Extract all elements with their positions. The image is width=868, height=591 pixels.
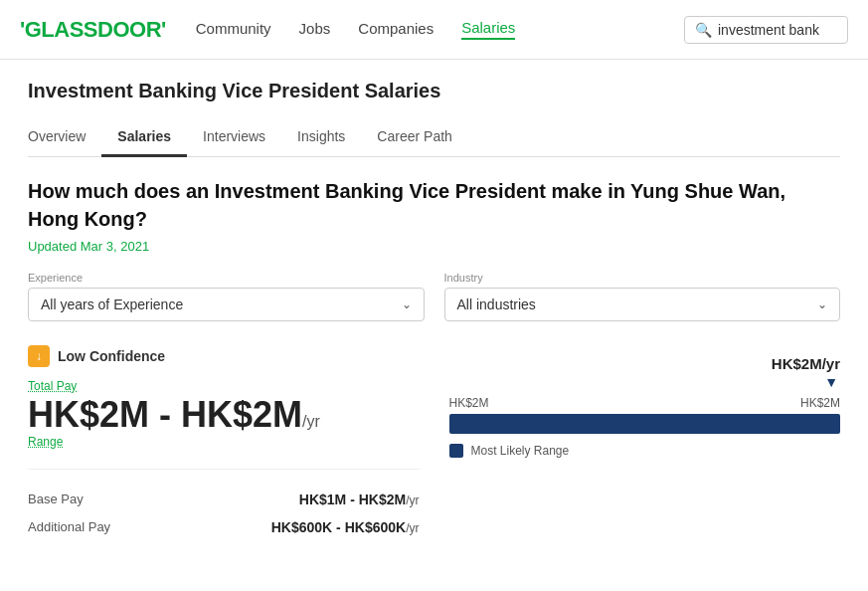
total-pay-label: Total Pay — [28, 379, 420, 393]
base-pay-label: Base Pay — [28, 492, 84, 506]
additional-per-yr: /yr — [406, 521, 419, 535]
industry-filter-select[interactable]: All industries ⌄ — [444, 288, 841, 321]
page-title: Investment Banking Vice President Salari… — [28, 80, 840, 102]
confidence-level: Low Confidence — [58, 348, 165, 364]
additional-pay-label: Additional Pay — [28, 519, 110, 534]
chevron-down-icon-2: ⌄ — [817, 297, 827, 311]
experience-filter-value: All years of Experience — [41, 296, 183, 312]
range-label: Range — [28, 435, 420, 449]
search-box[interactable]: 🔍 — [684, 16, 848, 44]
base-pay-value: HK$1M - HK$2M/yr — [299, 492, 420, 507]
chart-range-max: HK$2M — [800, 396, 840, 410]
additional-pay-value: HK$600K - HK$600K/yr — [271, 519, 420, 535]
logo[interactable]: 'GLASSDOOR' — [20, 17, 166, 43]
industry-filter-group: Industry All industries ⌄ — [444, 272, 841, 321]
experience-filter-group: Experience All years of Experience ⌄ — [28, 272, 425, 321]
search-icon: 🔍 — [695, 22, 712, 38]
chart-bar — [449, 414, 841, 434]
legend-label: Most Likely Range — [471, 444, 570, 458]
nav-item-jobs[interactable]: Jobs — [299, 20, 331, 39]
experience-filter-label: Experience — [28, 272, 425, 284]
page-content: Investment Banking Vice President Salari… — [0, 60, 868, 561]
legend-color-box — [449, 444, 463, 458]
filters: Experience All years of Experience ⌄ Ind… — [28, 272, 840, 321]
tab-career-path[interactable]: Career Path — [361, 118, 467, 156]
nav-item-companies[interactable]: Companies — [358, 20, 434, 39]
chart-arrow-icon: ▼ — [449, 374, 841, 390]
additional-pay-row: Additional Pay HK$600K - HK$600K/yr — [28, 513, 420, 541]
tab-overview[interactable]: Overview — [28, 118, 101, 156]
hero-question: How much does an Investment Banking Vice… — [28, 177, 840, 233]
tab-interviews[interactable]: Interviews — [187, 118, 281, 156]
chevron-down-icon: ⌄ — [402, 297, 412, 311]
tab-insights[interactable]: Insights — [281, 118, 361, 156]
confidence-icon: ↓ — [28, 345, 50, 367]
total-pay-range-value: HK$2M - HK$2M — [28, 394, 302, 435]
total-pay-range: HK$2M - HK$2M/yr — [28, 395, 420, 435]
updated-date: Updated Mar 3, 2021 — [28, 239, 840, 254]
chart-range-labels: HK$2M HK$2M — [449, 396, 841, 410]
salary-left: ↓ Low Confidence Total Pay HK$2M - HK$2M… — [28, 345, 420, 541]
divider — [28, 469, 420, 470]
per-yr-suffix: /yr — [302, 413, 320, 430]
nav-item-salaries[interactable]: Salaries — [461, 19, 515, 40]
industry-filter-label: Industry — [444, 272, 841, 284]
chart-median-label: HK$2M/yr — [449, 355, 841, 372]
confidence-badge: ↓ Low Confidence — [28, 345, 420, 367]
tabs: Overview Salaries Interviews Insights Ca… — [28, 118, 840, 157]
industry-filter-value: All industries — [457, 296, 536, 312]
experience-filter-select[interactable]: All years of Experience ⌄ — [28, 288, 425, 321]
base-per-yr: /yr — [406, 493, 419, 507]
search-input[interactable] — [718, 22, 837, 38]
base-pay-row: Base Pay HK$1M - HK$2M/yr — [28, 486, 420, 513]
chart-legend: Most Likely Range — [449, 444, 841, 458]
nav-item-community[interactable]: Community — [196, 20, 271, 39]
header: 'GLASSDOOR' Community Jobs Companies Sal… — [0, 0, 868, 60]
tab-salaries[interactable]: Salaries — [101, 118, 187, 157]
salary-right: HK$2M/yr ▼ HK$2M HK$2M Most Likely Range — [449, 345, 841, 458]
salary-section: ↓ Low Confidence Total Pay HK$2M - HK$2M… — [28, 345, 840, 541]
main-nav: Community Jobs Companies Salaries — [196, 19, 684, 40]
chart-range-min: HK$2M — [449, 396, 489, 410]
